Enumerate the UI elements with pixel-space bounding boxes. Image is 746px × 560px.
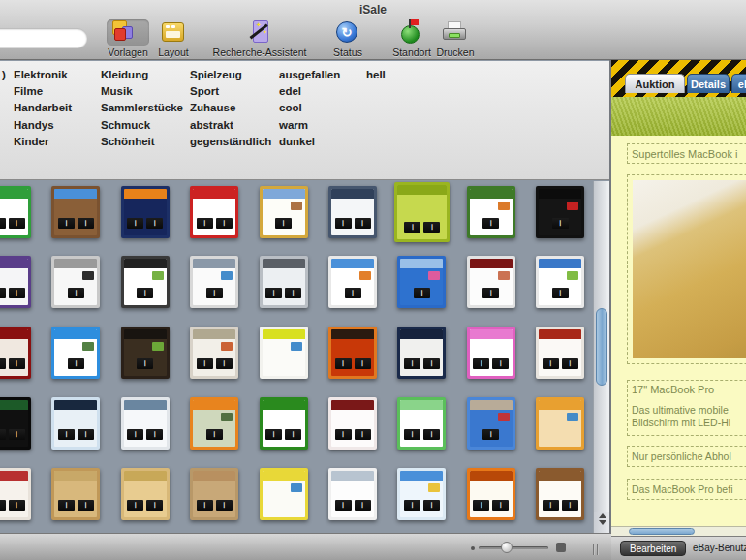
grid-vertical-scrollbar[interactable]: [593, 181, 609, 533]
filter-term[interactable]: Musik: [101, 83, 183, 100]
filter-term[interactable]: Schmuck: [101, 117, 183, 134]
filter-term[interactable]: gegenständlich: [190, 134, 271, 150]
filter-term[interactable]: Schönheit: [101, 134, 183, 150]
filter-term[interactable]: Sammlerstücke: [101, 100, 183, 116]
template-thumbnail[interactable]: ❙❙: [121, 397, 170, 450]
template-thumbnail[interactable]: [536, 397, 584, 450]
thumbnail-photo: ❙: [414, 288, 430, 298]
toolbar-button-status[interactable]: ↻Status: [329, 16, 366, 58]
filter-term[interactable]: edel: [279, 83, 340, 100]
toolbar-button-drucken[interactable]: Drucken: [434, 16, 477, 58]
product-image-box[interactable]: [627, 174, 746, 364]
template-thumbnail[interactable]: ❙❙: [397, 468, 446, 520]
product-heading: 17" MacBook Pro: [632, 384, 746, 395]
auction-title-box[interactable]: Supertolles MacBook i: [627, 143, 746, 164]
template-thumbnail[interactable]: ❙❙: [51, 186, 100, 238]
filter-term[interactable]: ausgefallen: [279, 67, 340, 83]
template-thumbnail[interactable]: ❙: [190, 256, 238, 308]
template-thumbnail[interactable]: ❙: [397, 256, 446, 308]
template-thumbnail[interactable]: ❙: [536, 256, 584, 308]
template-thumbnail[interactable]: ❙❙: [260, 256, 308, 308]
filter-term[interactable]: Spielzeug: [190, 67, 271, 83]
template-thumbnail[interactable]: ❙: [121, 256, 170, 308]
template-thumbnail[interactable]: ❙❙: [190, 468, 238, 520]
template-thumbnail[interactable]: ❙❙: [190, 327, 238, 379]
filter-term[interactable]: abstrakt: [190, 117, 271, 134]
filter-term[interactable]: cool: [279, 100, 340, 116]
scroll-down-icon[interactable]: [599, 520, 606, 525]
template-thumbnail[interactable]: ❙❙: [536, 468, 584, 520]
filter-term[interactable]: Kinder: [14, 134, 72, 150]
scrollbar-thumb[interactable]: [596, 308, 607, 386]
size-slider-knob[interactable]: [501, 542, 513, 553]
template-thumbnail[interactable]: ❙❙: [51, 397, 100, 450]
scrollbar-arrows[interactable]: [594, 512, 610, 533]
scroll-up-icon[interactable]: [599, 513, 606, 518]
thumbnail-accent: [567, 202, 578, 210]
template-thumbnail[interactable]: ❙❙: [121, 186, 170, 238]
template-thumbnail[interactable]: ❙: [467, 256, 515, 308]
search-input[interactable]: [0, 28, 87, 47]
thumbnail-photo: ❙: [68, 288, 84, 298]
filter-term[interactable]: Handys: [14, 117, 72, 134]
template-thumbnail[interactable]: ❙❙: [0, 256, 31, 308]
toolbar-button-standort[interactable]: Standort: [388, 16, 436, 58]
filter-term[interactable]: Filme: [14, 83, 72, 100]
template-thumbnail[interactable]: ❙❙: [328, 397, 377, 450]
size-slider-track[interactable]: [479, 546, 548, 549]
tab-ebay[interactable]: eBay: [731, 74, 746, 93]
filter-term[interactable]: dunkel: [279, 134, 340, 150]
toolbar-button-layout[interactable]: Layout: [153, 16, 194, 58]
template-thumbnail[interactable]: ❙❙: [397, 397, 446, 450]
template-thumbnail[interactable]: ❙❙: [536, 327, 584, 379]
edit-button[interactable]: Bearbeiten: [620, 541, 686, 556]
thumbnail-accent: [428, 483, 440, 492]
filter-term[interactable]: Zuhause: [190, 100, 271, 116]
template-thumbnail[interactable]: ❙❙: [467, 327, 515, 379]
template-thumbnail[interactable]: ❙: [190, 397, 238, 450]
template-thumbnail[interactable]: [260, 468, 308, 520]
template-thumbnail[interactable]: ❙❙: [121, 468, 170, 520]
template-thumbnail[interactable]: ❙❙: [190, 186, 238, 238]
toolbar-button-vorlagen[interactable]: Vorlagen: [103, 16, 153, 58]
template-thumbnail[interactable]: ❙❙: [328, 186, 377, 238]
thumbnail-photo: ❙: [78, 218, 94, 229]
filter-term[interactable]: Sport: [190, 83, 271, 100]
tab-details[interactable]: Details: [687, 74, 730, 93]
description-box[interactable]: 17" MacBook Pro Das ultimative mobile Bi…: [627, 380, 746, 436]
template-thumbnail[interactable]: ❙: [51, 256, 100, 308]
condition-box[interactable]: Das MacBook Pro befi: [627, 479, 746, 500]
template-thumbnail[interactable]: ❙❙: [51, 468, 100, 520]
template-thumbnail[interactable]: ❙❙: [260, 397, 308, 450]
template-thumbnail[interactable]: ❙: [467, 397, 515, 450]
template-thumbnail[interactable]: ❙❙: [467, 468, 515, 520]
template-thumbnail[interactable]: ❙❙: [328, 468, 377, 520]
template-thumbnail[interactable]: ❙❙: [0, 468, 31, 520]
template-thumbnail[interactable]: ❙❙: [0, 327, 31, 379]
template-thumbnail[interactable]: ❙: [536, 186, 584, 238]
template-thumbnail[interactable]: ❙: [328, 256, 377, 308]
filter-term-cropped[interactable]: ): [2, 69, 6, 80]
template-thumbnail[interactable]: ❙: [51, 327, 100, 379]
splitter-grip[interactable]: [593, 542, 605, 553]
template-thumbnail[interactable]: [260, 327, 308, 379]
filter-term[interactable]: Elektronik: [14, 67, 72, 83]
template-thumbnail[interactable]: ❙❙: [394, 182, 450, 242]
filter-term[interactable]: hell: [366, 67, 386, 83]
filter-term[interactable]: warm: [279, 117, 340, 134]
template-thumbnail[interactable]: ❙❙: [0, 186, 31, 238]
tab-auktion[interactable]: Auktion: [625, 74, 685, 93]
filter-term[interactable]: Handarbeit: [14, 100, 72, 116]
toolbar-button-recherche-assistent[interactable]: ✦✦Recherche-Assistent: [211, 16, 308, 58]
template-thumbnail[interactable]: ❙: [260, 186, 308, 238]
template-thumbnail[interactable]: ❙: [467, 186, 515, 238]
template-thumbnail[interactable]: ❙❙: [397, 327, 446, 379]
pickup-box[interactable]: Nur persönliche Abhol: [627, 446, 746, 467]
template-thumbnail[interactable]: ❙: [121, 327, 170, 379]
template-thumbnail[interactable]: ❙❙: [328, 327, 377, 379]
template-thumbnail[interactable]: ❙❙: [0, 397, 31, 450]
scrollbar-thumb[interactable]: [629, 528, 695, 535]
thumbnail-photo: ❙: [562, 500, 578, 511]
preview-horizontal-scrollbar[interactable]: [611, 526, 746, 536]
filter-term[interactable]: Kleidung: [101, 67, 183, 83]
